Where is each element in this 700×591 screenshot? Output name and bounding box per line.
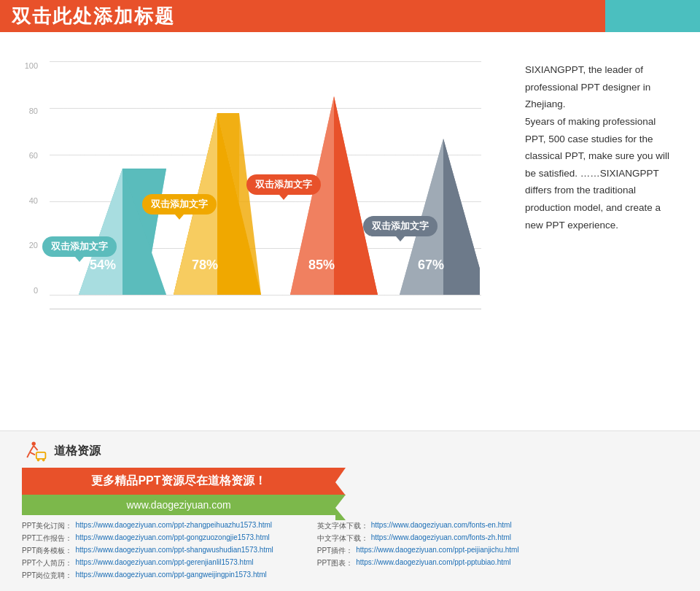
footer-link-item: PPT工作报告：https://www.daogeziyuan.com/ppt-… bbox=[22, 533, 273, 544]
svg-line-28 bbox=[34, 446, 37, 450]
chart-area: 100 80 60 40 20 0 bbox=[22, 54, 510, 375]
footer-link-item: PPT图表：https://www.daogeziyuan.com/ppt-pp… bbox=[317, 558, 519, 568]
footer-banner-area: 更多精品PPT资源尽在道格资源！ www.daogeziyuan.com bbox=[22, 468, 678, 515]
page-title[interactable]: 双击此处添加标题 bbox=[12, 4, 175, 29]
footer-link-item: PPT个人简历：https://www.daogeziyuan.com/ppt-… bbox=[22, 558, 273, 568]
tooltip-bar2[interactable]: 双击添加文字 bbox=[142, 194, 217, 215]
x-axis-line bbox=[50, 309, 481, 309]
text-panel: SIXIANGPPT, the leader of professional P… bbox=[510, 54, 685, 375]
y-label-60: 60 bbox=[29, 151, 38, 160]
svg-marker-19 bbox=[334, 96, 378, 295]
svg-marker-24 bbox=[443, 139, 480, 295]
footer-link-item: PPT商务模板：https://www.daogeziyuan.com/ppt-… bbox=[22, 546, 273, 556]
svg-point-31 bbox=[37, 459, 40, 462]
footer-logo-icon bbox=[22, 440, 48, 462]
footer: 道格资源 更多精品PPT资源尽在道格资源！ www.daogeziyuan.co… bbox=[0, 430, 700, 591]
svg-marker-18 bbox=[290, 96, 334, 295]
y-label-0: 0 bbox=[34, 286, 38, 295]
chart-container: 100 80 60 40 20 0 bbox=[22, 61, 481, 339]
y-label-100: 100 bbox=[25, 61, 38, 70]
header-teal-accent bbox=[605, 0, 700, 32]
footer-logo-area: 道格资源 bbox=[0, 431, 700, 468]
footer-link-item: PPT美化订阅：https://www.daogeziyuan.com/ppt-… bbox=[22, 521, 273, 531]
footer-logo-text: 道格资源 bbox=[54, 444, 101, 459]
y-label-80: 80 bbox=[29, 107, 38, 115]
tooltip-bar4[interactable]: 双击添加文字 bbox=[363, 216, 438, 236]
footer-banner-orange[interactable]: 更多精品PPT资源尽在道格资源！ bbox=[22, 468, 335, 495]
footer-banner-green[interactable]: www.daogeziyuan.com bbox=[22, 495, 335, 515]
description-text: SIXIANGPPT, the leader of professional P… bbox=[525, 61, 678, 233]
svg-line-26 bbox=[30, 446, 34, 452]
y-label-20: 20 bbox=[29, 241, 38, 250]
tooltip-bar1[interactable]: 双击添加文字 bbox=[42, 236, 117, 257]
tooltip-bar3[interactable]: 双击添加文字 bbox=[246, 174, 321, 195]
footer-link-item: 中文字体下载：https://www.daogeziyuan.com/fonts… bbox=[317, 533, 519, 544]
svg-marker-6 bbox=[79, 169, 122, 295]
y-axis: 100 80 60 40 20 0 bbox=[22, 61, 44, 295]
footer-col-1: PPT美化订阅：https://www.daogeziyuan.com/ppt-… bbox=[22, 521, 273, 583]
header-bar: 双击此处添加标题 bbox=[0, 0, 605, 32]
main-content: 100 80 60 40 20 0 bbox=[0, 32, 700, 382]
svg-line-27 bbox=[27, 452, 30, 457]
footer-link-item: PPT插件：https://www.daogeziyuan.com/ppt-pe… bbox=[317, 546, 519, 556]
footer-link-item: PPT岗位竞聘：https://www.daogeziyuan.com/ppt-… bbox=[22, 571, 273, 581]
footer-links: PPT美化订阅：https://www.daogeziyuan.com/ppt-… bbox=[0, 515, 700, 583]
footer-col-2: 英文字体下载：https://www.daogeziyuan.com/fonts… bbox=[317, 521, 519, 583]
grid-line-0 bbox=[50, 295, 481, 296]
svg-point-32 bbox=[42, 459, 45, 462]
svg-rect-30 bbox=[36, 452, 46, 459]
footer-link-item: 英文字体下载：https://www.daogeziyuan.com/fonts… bbox=[317, 521, 519, 531]
svg-point-25 bbox=[32, 441, 36, 445]
svg-line-29 bbox=[30, 452, 35, 455]
y-label-40: 40 bbox=[29, 196, 38, 205]
